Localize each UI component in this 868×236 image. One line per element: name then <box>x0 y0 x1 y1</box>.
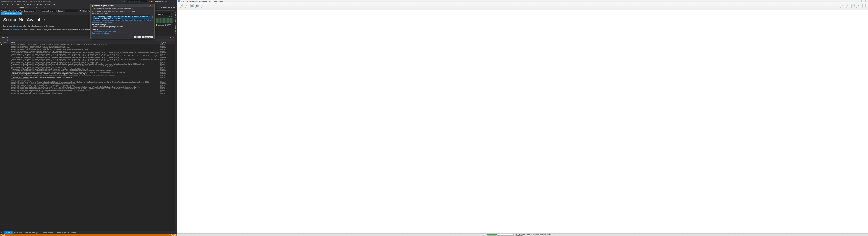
maximize-button[interactable]: ☐ <box>169 0 172 2</box>
appinsights-icon[interactable]: ◆ <box>161 6 162 8</box>
callstack-row[interactable]: [Native to Managed Transition] <box>0 78 177 80</box>
ribbon-open[interactable]: 📂Open <box>184 4 189 9</box>
callstack-row[interactable]: mscorlib.dll!System.Threading.QueueUserW… <box>0 89 177 91</box>
panel-dropdown-icon[interactable]: ▾ <box>169 37 172 38</box>
callstack-row[interactable]: PowerVision.Core.ObjectModel.dll!PowerVi… <box>0 57 177 58</box>
ribbon-about[interactable]: ℹAbout <box>861 4 867 9</box>
callstack-row[interactable]: PowerVision.Core.ObjectModel.dll!PowerVi… <box>0 70 177 72</box>
callstack-row[interactable]: mscorlib.dll!System.Runtime.Remoting.Pro… <box>0 83 177 84</box>
callstack-row[interactable]: mscorlib.dll!System.Threading.QueueUserW… <box>0 84 177 86</box>
tab-breakpoints[interactable]: Breakpoints <box>13 231 23 234</box>
step-into-icon[interactable]: ↧ <box>44 6 46 9</box>
step-over-icon[interactable]: ↷ <box>47 6 49 9</box>
callstack-row[interactable]: PowerVision.Core.ObjectModel.dll!PowerVi… <box>0 52 177 53</box>
callstack-row[interactable]: PowerVision.Core.ObjectModel.dll!PowerVi… <box>0 62 177 63</box>
tab-output[interactable]: Output <box>70 231 77 234</box>
nav-forward-icon[interactable]: ► <box>4 6 6 9</box>
nav-back-icon[interactable]: ◄ <box>1 6 3 9</box>
callstack-row[interactable]: PowerVision.Core.ObjectModel.dll!PowerVi… <box>0 63 177 65</box>
panel-pin-icon[interactable]: 📌 <box>172 37 174 38</box>
minimize-button[interactable]: ─ <box>164 0 168 2</box>
col-type[interactable]: Type <box>4 42 10 44</box>
col-w[interactable]: W... <box>0 42 4 44</box>
callstack-row[interactable]: System.dll!System.ComponentModel.Backgro… <box>0 76 177 78</box>
troubleshooting-listbox[interactable]: When converting a string to DateTime, pa… <box>92 15 153 21</box>
warning-icon[interactable] <box>151 0 153 2</box>
callstack-row[interactable]: PowerVision.Core.ObjectModel.dll!PowerVi… <box>0 68 177 70</box>
callstack-row[interactable]: PowerVision.Core.ObjectModel.dll!PowerVi… <box>0 53 177 55</box>
pin-icon[interactable]: 📌 <box>17 13 19 15</box>
callstack-row[interactable]: mscorlib.dll!System.Convert.ChangeType(o… <box>0 50 177 52</box>
exception-helper-popup[interactable]: FormatException occurred ▸ 📌 ✕ Exception… <box>90 4 155 40</box>
checkbox-icon[interactable]: ✓ <box>92 26 94 27</box>
break-all-icon[interactable]: ‖ <box>32 6 34 9</box>
exception-close-icon[interactable]: ✕ <box>152 5 154 6</box>
threads-icon[interactable]: ⎘ <box>7 39 9 41</box>
callstack-row[interactable]: PowerVision.Core.ObjectModel.dll!PowerVi… <box>0 65 177 67</box>
ribbon-new[interactable]: ✦New <box>178 4 184 9</box>
tab-exception-settings[interactable]: Exception Settings <box>24 231 38 234</box>
callstack-row[interactable]: [Managed to Native Transition] <box>0 80 177 81</box>
menu-debug[interactable]: Debug <box>15 3 20 5</box>
vs-titlebar[interactable]: Source Not Available (Debugging) - Micro… <box>0 0 177 3</box>
hex-icon[interactable]: ≡ <box>4 39 6 41</box>
zoom-in-icon[interactable]: + <box>172 14 173 15</box>
callstack-row[interactable]: mscorlib.dll!System.Threading.ExecutionC… <box>0 86 177 88</box>
callstack-row[interactable]: PowerVision.Core.ObjectModel.dll!PowerVi… <box>0 67 177 68</box>
callstack-row[interactable]: PowerVision.Core.ObjectModel.dll!PowerVi… <box>0 58 177 60</box>
col-name[interactable]: Name <box>10 42 159 44</box>
callstack-row[interactable]: mscorlib.dll!System.Convert.ToSingle(str… <box>0 45 177 47</box>
tab-command-window[interactable]: Command Window <box>39 231 54 234</box>
callstack-row[interactable]: PowerVision.Core.ObjectModel.dll!PowerVi… <box>0 55 177 57</box>
solution-explorer-tab[interactable]: Solution Explorer <box>175 10 176 24</box>
exception-expand-icon[interactable]: ▸ <box>147 5 149 6</box>
continue-button[interactable]: Continue ▾ <box>18 6 29 8</box>
zoom-out-icon[interactable]: − <box>156 14 157 15</box>
ribbon-load[interactable]: ⬇Load <box>845 4 850 9</box>
notifications-icon[interactable]: ▾ <box>121 0 123 2</box>
pv-close-button[interactable]: ✕ <box>864 0 868 2</box>
menu-analyze[interactable]: Analyze <box>37 3 43 5</box>
thread-combo[interactable] <box>65 10 78 12</box>
callstack-row[interactable]: mscorlib.dll!System.Threading._ThreadPoo… <box>0 93 177 94</box>
menu-test[interactable]: Test <box>33 3 35 5</box>
team-explorer-tab[interactable]: Team Explorer <box>175 24 176 35</box>
ribbon-close[interactable]: ✖Close <box>200 4 206 9</box>
tip-item[interactable]: Make sure your method arguments are in t… <box>93 19 133 21</box>
callstack-row[interactable]: mscorlib.dll!System.Runtime.Remoting.Mes… <box>0 81 177 83</box>
pv-titlebar[interactable]: PowerVision Configuration Studio 2.8.104… <box>178 0 868 2</box>
tab-icon[interactable]: ⎘ <box>1 232 3 233</box>
menu-help[interactable]: Help <box>52 3 55 5</box>
menu-tools[interactable]: Tools <box>27 3 31 5</box>
flag-icon[interactable]: ⚑ <box>124 0 126 2</box>
callstack-row[interactable]: [PowerVision.Core.ObjectModel.dll!PowerV… <box>0 75 177 76</box>
close-tab-icon[interactable]: ✕ <box>20 13 21 15</box>
appinsights-label[interactable]: Application Insights <box>163 6 176 8</box>
callstack-row[interactable]: mscorlib.dll!System.Threading.ThreadPool… <box>0 91 177 93</box>
open-exception-settings-link[interactable]: Open exception settings <box>92 32 153 34</box>
callstack-grid[interactable]: W... Type Name Language mscorlib.dll!Sys… <box>0 42 177 231</box>
stop-icon[interactable]: ■ <box>35 6 37 9</box>
watch-icon[interactable]: 👁 <box>1 39 3 41</box>
step-out-icon[interactable]: ↥ <box>50 6 52 9</box>
undo-icon[interactable]: ↶ <box>9 6 11 9</box>
publish-icon[interactable]: ↥ <box>168 234 170 236</box>
exception-pin-icon[interactable]: 📌 <box>149 5 151 6</box>
signed-in-user[interactable]: Kyle Bruneau <box>154 1 163 2</box>
feedback-icon[interactable]: ☻ <box>148 0 150 2</box>
close-button[interactable]: ✕ <box>173 0 177 2</box>
exception-titlebar[interactable]: FormatException occurred ▸ 📌 ✕ <box>91 4 154 7</box>
callstack-row[interactable]: mscorlib.dll!System.Number.ParseSingle(s… <box>0 44 177 45</box>
search-help-link[interactable]: Search for more Help Online... <box>92 21 153 23</box>
ribbon-tools[interactable]: 🛠Tools <box>850 4 856 9</box>
view-disassembly-link[interactable]: view disassembly <box>9 29 22 31</box>
diag-memory-chart[interactable]: 195 <box>156 18 174 23</box>
callstack-row[interactable]: mscorlib.dll!System.String.System.IConve… <box>0 47 177 49</box>
break-when-thrown-checkbox[interactable]: ✓ Break when this exception type is thro… <box>92 26 153 27</box>
menu-team[interactable]: Team <box>21 3 25 5</box>
tab-immediate-window[interactable]: Immediate Window <box>55 231 70 234</box>
tab-source-not-available[interactable]: Source Not Available 📌 ✕ <box>1 12 22 15</box>
lifecycle-combo[interactable]: Lifecycle Events <box>41 10 57 12</box>
exception-continue-button[interactable]: Continue <box>142 36 153 38</box>
callstack-row[interactable]: System.dll!System.ComponentModel.Backgro… <box>0 73 177 75</box>
